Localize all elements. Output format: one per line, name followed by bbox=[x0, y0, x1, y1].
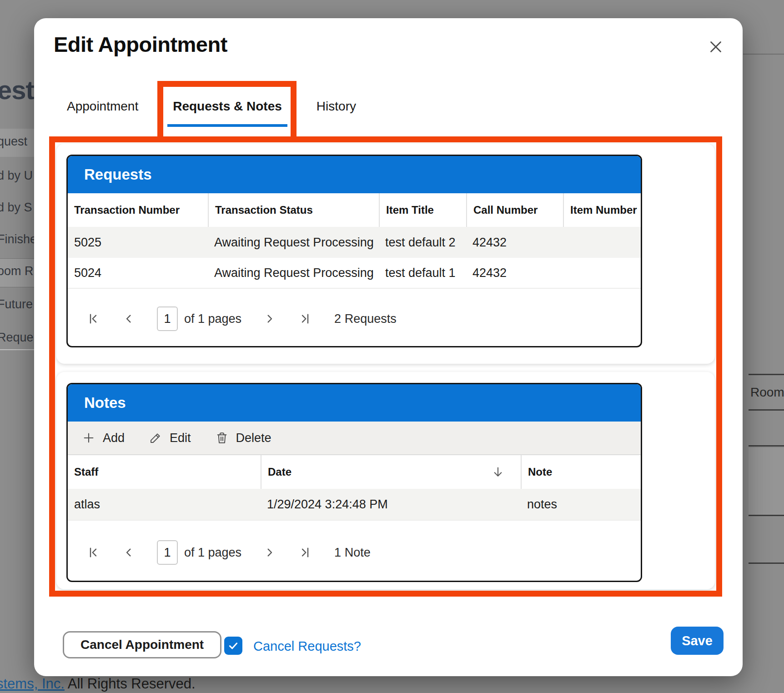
column-header-call-number[interactable]: Call Number bbox=[466, 193, 563, 227]
add-note-button[interactable]: Add bbox=[81, 431, 125, 445]
cell-transaction-status: Awaiting Request Processing bbox=[208, 227, 379, 258]
edit-label: Edit bbox=[170, 431, 191, 445]
date-header-label: Date bbox=[268, 466, 291, 478]
checkbox-check-icon bbox=[227, 639, 240, 652]
background-row-label: Finishe bbox=[0, 232, 37, 246]
close-icon[interactable] bbox=[706, 37, 725, 56]
cell-date: 1/29/2024 3:24:48 PM bbox=[261, 489, 521, 520]
dialog-tabs: Appointment Requests & Notes History bbox=[67, 96, 356, 127]
pages-label: of 1 pages bbox=[184, 546, 241, 560]
cell-transaction-status: Awaiting Request Processing bbox=[208, 258, 379, 288]
background-table-row bbox=[749, 448, 784, 516]
cancel-appointment-button[interactable]: Cancel Appointment bbox=[63, 631, 221, 658]
background-table-row bbox=[749, 517, 784, 564]
previous-page-icon[interactable] bbox=[121, 545, 136, 560]
cell-item-number bbox=[563, 258, 641, 288]
requests-panel-title: Requests bbox=[68, 156, 641, 193]
cell-item-number bbox=[563, 227, 641, 258]
cell-call-number: 42432 bbox=[466, 258, 563, 288]
table-row[interactable]: 5025 Awaiting Request Processing test de… bbox=[68, 227, 641, 258]
notes-card: Notes Add Edit Delete bbox=[56, 372, 715, 589]
cancel-requests-checkbox[interactable] bbox=[224, 637, 242, 655]
edit-icon bbox=[148, 431, 163, 445]
column-header-item-title[interactable]: Item Title bbox=[379, 193, 466, 227]
table-row[interactable]: atlas 1/29/2024 3:24:48 PM notes bbox=[68, 489, 641, 521]
cancel-requests-label[interactable]: Cancel Requests? bbox=[253, 639, 361, 654]
cell-note: notes bbox=[521, 489, 641, 520]
cell-item-title: test default 2 bbox=[379, 227, 466, 258]
dialog-title: Edit Appointment bbox=[54, 32, 227, 57]
column-header-staff[interactable]: Staff bbox=[68, 455, 261, 489]
column-header-transaction-number[interactable]: Transaction Number bbox=[68, 193, 208, 227]
notes-count-label: 1 Note bbox=[334, 546, 371, 560]
notes-table-header: Staff Date Note bbox=[68, 455, 641, 489]
cell-call-number: 42432 bbox=[466, 227, 563, 258]
first-page-icon[interactable] bbox=[86, 545, 101, 560]
background-row-label: d by U bbox=[0, 169, 33, 183]
background-room-label: Room bbox=[749, 385, 784, 400]
requests-pagination: of 1 pages 2 Requests bbox=[68, 289, 641, 347]
footer-company-link: stems, Inc. bbox=[0, 676, 65, 692]
edit-appointment-dialog: Edit Appointment Appointment Requests & … bbox=[34, 18, 743, 676]
screen: est quest d by U d by S Finishe oom R Fu… bbox=[0, 0, 784, 693]
background-row-label: d by S bbox=[0, 201, 32, 215]
column-header-note[interactable]: Note bbox=[521, 455, 641, 489]
column-header-date[interactable]: Date bbox=[261, 455, 521, 489]
background-row-label: Reque bbox=[0, 331, 34, 345]
requests-table-header: Transaction Number Transaction Status It… bbox=[68, 193, 641, 227]
background-table-row bbox=[749, 412, 784, 447]
notes-panel-title: Notes bbox=[68, 384, 641, 422]
requests-count-label: 2 Requests bbox=[334, 312, 397, 326]
delete-label: Delete bbox=[236, 431, 271, 445]
column-header-item-number[interactable]: Item Number bbox=[563, 193, 641, 227]
background-page-title: est bbox=[0, 75, 34, 105]
column-header-transaction-status[interactable]: Transaction Status bbox=[208, 193, 379, 227]
page-number-input[interactable] bbox=[157, 306, 178, 331]
notes-toolbar: Add Edit Delete bbox=[68, 422, 641, 455]
background-table-header-room: Room bbox=[749, 374, 784, 411]
first-page-icon[interactable] bbox=[86, 311, 101, 326]
table-row[interactable]: 5024 Awaiting Request Processing test de… bbox=[68, 258, 641, 289]
delete-icon bbox=[215, 431, 229, 445]
background-divider bbox=[743, 54, 784, 55]
requests-panel: Requests Transaction Number Transaction … bbox=[66, 155, 642, 347]
cell-staff: atlas bbox=[68, 489, 261, 520]
save-button[interactable]: Save bbox=[671, 627, 724, 655]
page-number-input[interactable] bbox=[157, 540, 178, 565]
background-row-label: quest bbox=[0, 135, 27, 149]
requests-card: Requests Transaction Number Transaction … bbox=[56, 144, 715, 364]
previous-page-icon[interactable] bbox=[121, 311, 136, 326]
pages-label: of 1 pages bbox=[184, 312, 241, 326]
cell-item-title: test default 1 bbox=[379, 258, 466, 288]
notes-panel: Notes Add Edit Delete bbox=[66, 383, 642, 582]
cell-transaction-number: 5025 bbox=[68, 227, 208, 258]
delete-note-button[interactable]: Delete bbox=[215, 431, 271, 445]
footer-copyright: stems, Inc. All Rights Reserved. bbox=[0, 676, 196, 692]
next-page-icon[interactable] bbox=[262, 311, 277, 326]
sort-descending-icon bbox=[491, 465, 505, 479]
edit-note-button[interactable]: Edit bbox=[148, 431, 191, 445]
add-icon bbox=[81, 431, 96, 445]
notes-pagination: of 1 pages 1 Note bbox=[68, 521, 641, 582]
footer-rights-text: All Rights Reserved. bbox=[68, 676, 196, 692]
last-page-icon[interactable] bbox=[298, 311, 312, 326]
cell-transaction-number: 5024 bbox=[68, 258, 208, 288]
tab-history[interactable]: History bbox=[317, 96, 356, 127]
background-row-label: oom R bbox=[0, 264, 34, 278]
tab-appointment[interactable]: Appointment bbox=[67, 96, 138, 127]
background-row-label: Future bbox=[0, 297, 33, 311]
tab-requests-and-notes[interactable]: Requests & Notes bbox=[167, 96, 287, 127]
last-page-icon[interactable] bbox=[298, 545, 312, 560]
add-label: Add bbox=[103, 431, 125, 445]
next-page-icon[interactable] bbox=[262, 545, 277, 560]
